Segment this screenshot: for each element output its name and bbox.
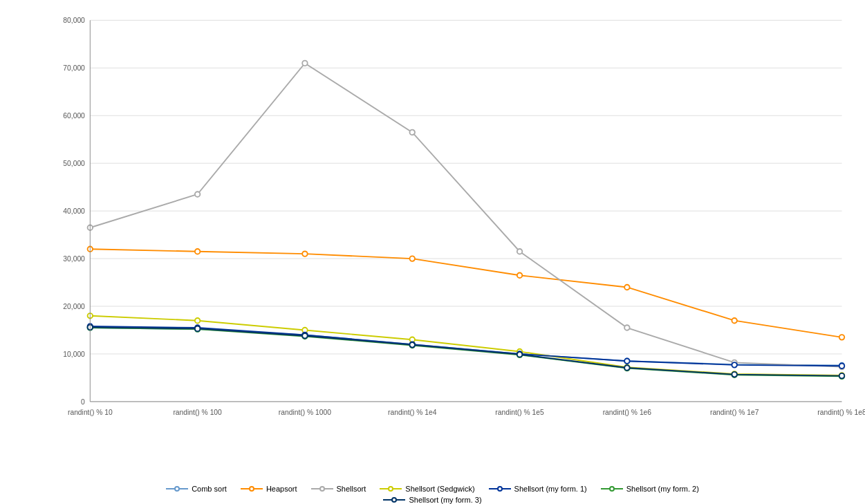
line-chart: 010,00020,00030,00040,00050,00060,00070,… (48, 14, 851, 421)
svg-text:40,000: 40,000 (63, 207, 85, 215)
svg-point-64 (732, 362, 736, 367)
legend-item: Shellsort (my form. 1) (489, 485, 587, 493)
svg-point-47 (624, 325, 629, 330)
svg-text:30,000: 30,000 (63, 255, 85, 263)
svg-point-75 (195, 326, 200, 331)
svg-point-51 (195, 318, 200, 323)
svg-text:80,000: 80,000 (63, 17, 85, 24)
legend-label: Shellsort (337, 485, 366, 493)
svg-text:randint() % 1e4: randint() % 1e4 (388, 409, 437, 416)
legend-label: Shellsort (my form. 3) (409, 496, 481, 504)
svg-point-78 (517, 352, 522, 357)
svg-point-38 (517, 272, 522, 277)
svg-point-37 (410, 256, 415, 261)
svg-point-39 (624, 285, 629, 290)
legend-item: Heapsort (241, 485, 297, 493)
svg-text:randint() % 1e6: randint() % 1e6 (603, 409, 652, 416)
legend-label: Comb sort (192, 485, 227, 493)
chart-container: 010,00020,00030,00040,00050,00060,00070,… (0, 0, 865, 504)
svg-point-35 (195, 249, 200, 254)
legend-item: Shellsort (my form. 2) (601, 485, 699, 493)
svg-point-40 (732, 318, 736, 323)
svg-text:randint() % 10: randint() % 10 (68, 409, 113, 416)
legend-item: Shellsort (my form. 3) (383, 496, 481, 504)
legend-item: Shellsort (Sedgwick) (380, 485, 474, 493)
legend-label: Shellsort (my form. 2) (626, 485, 699, 493)
svg-text:20,000: 20,000 (63, 303, 85, 310)
svg-point-79 (624, 365, 629, 370)
svg-point-43 (195, 192, 200, 196)
svg-text:60,000: 60,000 (63, 112, 85, 120)
svg-point-65 (839, 363, 844, 368)
svg-text:50,000: 50,000 (63, 160, 85, 167)
svg-text:randint() % 100: randint() % 100 (173, 409, 222, 416)
svg-text:randint() % 1e5: randint() % 1e5 (495, 409, 544, 416)
svg-text:randint() % 1000: randint() % 1000 (279, 409, 331, 416)
legend-item: Shellsort (311, 485, 366, 493)
chart-legend: Comb sort Heapsort Shellsort Shellsort (… (122, 485, 744, 504)
svg-point-81 (839, 373, 844, 378)
chart-area: 010,00020,00030,00040,00050,00060,00070,… (48, 14, 851, 421)
legend-label: Shellsort (Sedgwick) (405, 485, 474, 493)
svg-point-63 (624, 359, 629, 364)
legend-label: Heapsort (266, 485, 297, 493)
svg-text:70,000: 70,000 (63, 64, 85, 72)
legend-label: Shellsort (my form. 1) (514, 485, 587, 493)
svg-point-36 (302, 251, 307, 256)
svg-point-45 (410, 130, 415, 135)
svg-point-77 (410, 342, 415, 347)
svg-point-46 (517, 249, 522, 254)
svg-text:randint() % 1e7: randint() % 1e7 (710, 409, 759, 416)
svg-point-80 (732, 372, 736, 377)
legend-item: Comb sort (166, 485, 227, 493)
svg-point-76 (302, 333, 307, 338)
svg-text:10,000: 10,000 (63, 351, 85, 358)
svg-point-41 (839, 335, 844, 339)
svg-text:randint() % 1e8: randint() % 1e8 (817, 409, 865, 416)
svg-text:0: 0 (81, 398, 85, 406)
svg-point-44 (302, 61, 307, 66)
